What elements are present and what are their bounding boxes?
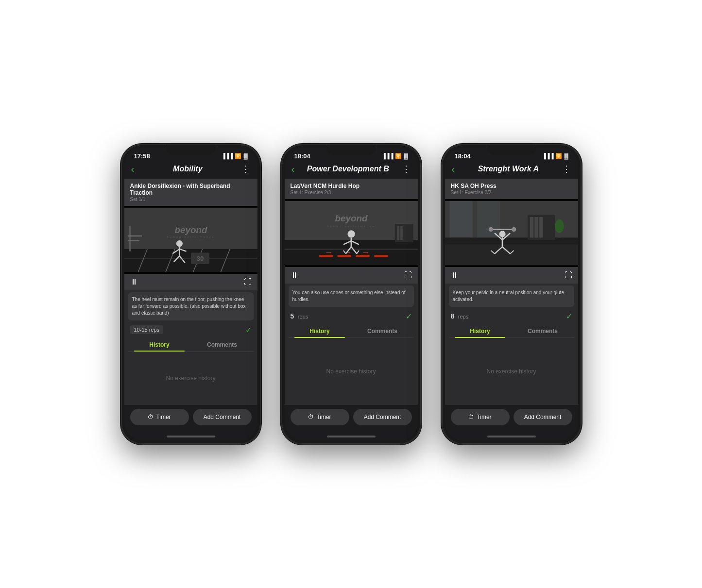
svg-text:beyond: beyond	[174, 224, 207, 235]
instructions-2: You can also use cones or something else…	[289, 286, 414, 307]
play-pause-3[interactable]: ⏸	[451, 271, 459, 280]
phone-1: 17:58 ▐▐▐ 🛜 ▓ ‹ Mobility ⋮ Ankle Dorsifl…	[120, 144, 261, 445]
exercise-header-1: Ankle Dorsiflexion - with Superband Trac…	[124, 179, 257, 206]
video-controls-1: ⏸ ⛶	[124, 274, 257, 290]
add-comment-label-2: Add Comment	[364, 414, 401, 420]
wifi-icon-3: 🛜	[555, 153, 562, 159]
status-time-1: 17:58	[134, 152, 150, 160]
svg-rect-54	[539, 217, 543, 237]
svg-rect-29	[356, 255, 369, 257]
status-icons-3: ▐▐▐ 🛜 ▓	[542, 153, 568, 159]
instructions-text-3: Keep your pelvic in a neutral position a…	[453, 289, 570, 303]
exercise-header-3: HK SA OH Press Set 1: Exercise 2/2	[445, 179, 578, 199]
status-time-2: 18:04	[294, 152, 310, 160]
add-comment-button-2[interactable]: Add Comment	[353, 409, 412, 425]
screen-2: 18:04 ▐▐▐ 🛜 ▓ ‹ Power Development B ⋮ La…	[285, 148, 418, 441]
svg-rect-28	[337, 255, 351, 257]
tab-comments-2[interactable]: Comments	[351, 324, 414, 337]
back-button-3[interactable]: ‹	[452, 164, 455, 175]
svg-text:beyond: beyond	[335, 213, 368, 223]
battery-icon-3: ▓	[564, 153, 568, 159]
bottom-buttons-3: ⏱ Timer Add Comment	[445, 405, 578, 432]
svg-rect-11	[128, 235, 141, 236]
exercise-name-1: Ankle Dorsiflexion - with Superband Trac…	[130, 183, 252, 196]
history-empty-2: No exercise history	[326, 368, 376, 375]
reps-row-3: 8 reps ✓	[445, 309, 578, 324]
more-button-2[interactable]: ⋮	[402, 164, 411, 174]
timer-label-2: Timer	[316, 414, 331, 420]
svg-rect-53	[534, 217, 538, 237]
signal-icon: ▐▐▐	[222, 153, 233, 159]
reps-badge-1: 10-15 reps	[130, 325, 164, 334]
check-icon-1[interactable]: ✓	[245, 325, 252, 335]
reps-row-1: 10-15 reps ✓	[124, 322, 257, 337]
nav-title-1: Mobility	[134, 165, 241, 173]
wifi-icon: 🛜	[235, 153, 241, 159]
video-controls-2: ⏸ ⛶	[285, 267, 418, 284]
history-empty-3: No exercise history	[486, 368, 536, 375]
timer-label-3: Timer	[477, 414, 491, 420]
bottom-buttons-2: ⏱ Timer Add Comment	[285, 405, 418, 432]
nav-title-2: Power Development B	[294, 165, 401, 173]
timer-icon-3: ⏱	[468, 414, 474, 420]
check-icon-3[interactable]: ✓	[566, 312, 572, 321]
content-2: Lat/Vert NCM Hurdle Hop Set 1: Exercise …	[285, 179, 418, 405]
svg-point-37	[347, 230, 355, 237]
content-1: Ankle Dorsiflexion - with Superband Trac…	[124, 179, 257, 405]
tab-history-3[interactable]: History	[449, 324, 512, 337]
timer-button-2[interactable]: ⏱ Timer	[291, 409, 349, 425]
video-1[interactable]: beyond human performance 30	[124, 206, 257, 274]
play-pause-2[interactable]: ⏸	[291, 271, 298, 280]
nav-bar-3: ‹ Strenght Work A ⋮	[445, 162, 578, 179]
history-empty-1: No exercise history	[166, 375, 215, 382]
history-area-1: No exercise history	[128, 353, 254, 403]
instructions-text-1: The heel must remain on the floor, pushi…	[132, 296, 250, 317]
svg-rect-48	[477, 201, 500, 237]
timer-icon-2: ⏱	[308, 414, 314, 420]
status-bar-1: 17:58 ▐▐▐ 🛜 ▓	[124, 148, 257, 162]
more-button-3[interactable]: ⋮	[562, 164, 571, 174]
screen-3: 18:04 ▐▐▐ 🛜 ▓ ‹ Strenght Work A ⋮ HK SA …	[445, 148, 578, 441]
check-icon-2[interactable]: ✓	[406, 312, 412, 321]
nav-title-3: Strenght Work A	[455, 165, 562, 173]
status-time-3: 18:04	[455, 152, 471, 160]
video-2[interactable]: beyond human performance ⟶ ⟶ ⟶	[285, 199, 418, 267]
reps-number-2: 5 reps	[291, 312, 308, 320]
tab-history-2[interactable]: History	[289, 324, 351, 337]
add-comment-button-1[interactable]: Add Comment	[193, 409, 252, 425]
video-3[interactable]	[445, 199, 578, 267]
play-pause-1[interactable]: ⏸	[130, 278, 138, 286]
instructions-3: Keep your pelvic in a neutral position a…	[449, 286, 574, 307]
svg-text:human performance: human performance	[167, 235, 215, 238]
back-button-2[interactable]: ‹	[291, 164, 295, 175]
tab-history-1[interactable]: History	[128, 337, 191, 351]
exercise-set-3: Set 1: Exercise 2/2	[451, 190, 572, 195]
home-indicator-2	[285, 432, 418, 441]
svg-rect-47	[449, 201, 472, 237]
svg-rect-10	[129, 226, 131, 251]
tab-comments-1[interactable]: Comments	[191, 337, 254, 351]
phones-container: 17:58 ▐▐▐ 🛜 ▓ ‹ Mobility ⋮ Ankle Dorsifl…	[101, 115, 601, 474]
fullscreen-3[interactable]: ⛶	[565, 271, 572, 280]
signal-icon-3: ▐▐▐	[542, 153, 553, 159]
svg-point-57	[499, 231, 505, 237]
history-area-2: No exercise history	[289, 340, 414, 403]
home-indicator-1	[124, 432, 257, 441]
svg-point-63	[512, 227, 516, 231]
status-bar-2: 18:04 ▐▐▐ 🛜 ▓	[285, 148, 418, 162]
back-button-1[interactable]: ‹	[131, 164, 135, 175]
battery-icon: ▓	[243, 153, 247, 159]
tabs-1: History Comments	[128, 337, 254, 352]
instructions-1: The heel must remain on the floor, pushi…	[128, 292, 254, 320]
fullscreen-2[interactable]: ⛶	[404, 271, 412, 280]
tab-comments-3[interactable]: Comments	[512, 324, 574, 337]
fullscreen-1[interactable]: ⛶	[244, 278, 252, 286]
add-comment-label-1: Add Comment	[204, 414, 241, 420]
svg-rect-27	[319, 255, 332, 257]
add-comment-button-3[interactable]: Add Comment	[514, 409, 572, 425]
status-bar-3: 18:04 ▐▐▐ 🛜 ▓	[445, 148, 578, 162]
video-controls-3: ⏸ ⛶	[445, 267, 578, 284]
timer-button-3[interactable]: ⏱ Timer	[451, 409, 510, 425]
more-button-1[interactable]: ⋮	[241, 164, 251, 174]
timer-button-1[interactable]: ⏱ Timer	[130, 409, 189, 425]
